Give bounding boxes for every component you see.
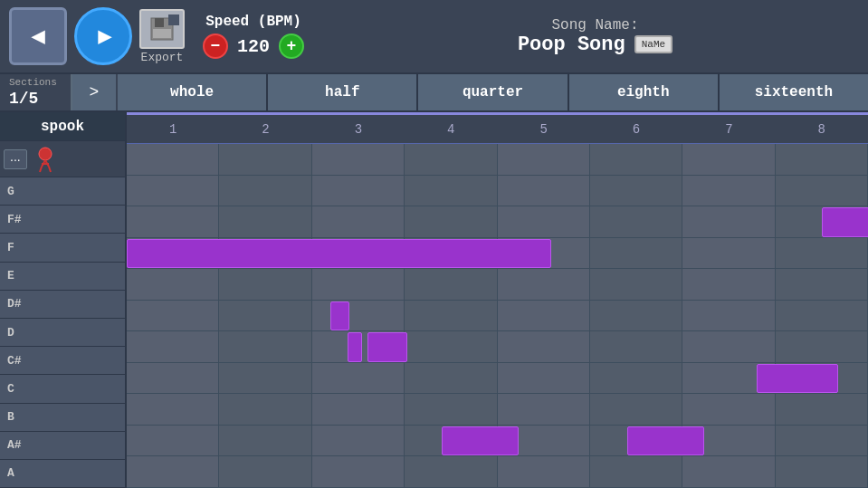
- note-label-B: B: [0, 404, 125, 432]
- svg-rect-1: [155, 18, 164, 27]
- instrument-controls: ···: [0, 141, 125, 177]
- note-label-Asharp: A#: [0, 432, 125, 460]
- beat-numbers: 1 2 3 4 5 6 7 8: [127, 115, 868, 144]
- floppy-icon: [148, 15, 176, 43]
- note-block[interactable]: [367, 332, 407, 362]
- grid-area: 1 2 3 4 5 6 7 8: [127, 112, 868, 488]
- speed-area: Speed (BPM) − 120 +: [203, 14, 304, 59]
- beat-5: 5: [498, 122, 590, 137]
- grid-row-G[interactable]: [127, 144, 868, 176]
- song-name-button[interactable]: NaMe: [634, 35, 672, 53]
- svg-rect-2: [153, 29, 171, 38]
- export-icon: [139, 9, 185, 49]
- sections-label: Sections: [9, 77, 57, 89]
- instrument-name: spook: [41, 119, 84, 135]
- half-note-button[interactable]: half: [268, 74, 418, 110]
- instrument-header: spook: [0, 112, 125, 141]
- sections-value: 1/5: [9, 90, 57, 108]
- note-block[interactable]: [330, 301, 349, 331]
- speed-title: Speed (BPM): [205, 14, 301, 30]
- beat-7: 7: [682, 122, 775, 137]
- note-label-Csharp: C#: [0, 347, 125, 375]
- note-label-C: C: [0, 375, 125, 403]
- note-block[interactable]: [348, 332, 362, 362]
- svg-line-7: [40, 167, 42, 172]
- song-area: Song Name: Poop Song NaMe: [331, 17, 859, 56]
- whole-note-button[interactable]: whole: [118, 74, 268, 110]
- note-label-Dsharp: D#: [0, 291, 125, 319]
- song-name-label: Song Name:: [551, 17, 638, 33]
- eighth-note-button[interactable]: eighth: [569, 74, 720, 110]
- grid-row-Dsharp[interactable]: [127, 269, 868, 301]
- left-panel: spook ··· G F# F E D# D C# C B A# A: [0, 112, 127, 488]
- note-block[interactable]: [757, 364, 838, 394]
- header: Export Speed (BPM) − 120 + Song Name: Po…: [0, 0, 868, 74]
- back-button[interactable]: [9, 7, 67, 65]
- grid-row-D[interactable]: [127, 301, 868, 332]
- beat-3: 3: [312, 122, 405, 137]
- sections-label-area: Sections 1/5: [0, 74, 72, 110]
- sections-next-button[interactable]: >: [72, 74, 118, 110]
- grid-row-A[interactable]: [127, 456, 868, 488]
- beat-4: 4: [405, 122, 497, 137]
- grid-row-Csharp[interactable]: [127, 331, 868, 363]
- grid-row-F[interactable]: [127, 206, 868, 238]
- beat-8: 8: [776, 122, 868, 137]
- song-name-value: Poop Song: [518, 33, 625, 56]
- export-area[interactable]: Export: [139, 9, 185, 64]
- sections-bar: Sections 1/5 > whole half quarter eighth…: [0, 74, 868, 112]
- beat-2: 2: [219, 122, 311, 137]
- play-button[interactable]: [74, 7, 132, 65]
- note-label-Fsharp: F#: [0, 206, 125, 234]
- note-label-E: E: [0, 263, 125, 291]
- grid-row-Fsharp[interactable]: [127, 176, 868, 207]
- svg-line-8: [49, 167, 51, 172]
- grid[interactable]: [127, 144, 868, 488]
- quarter-note-button[interactable]: quarter: [418, 74, 568, 110]
- speed-controls: − 120 +: [203, 33, 304, 59]
- speed-plus-button[interactable]: +: [279, 33, 304, 59]
- note-block[interactable]: [442, 426, 519, 456]
- note-label-A: A: [0, 460, 125, 488]
- note-block[interactable]: [127, 239, 551, 269]
- svg-point-3: [39, 148, 52, 160]
- note-label-D: D: [0, 319, 125, 347]
- export-label: Export: [141, 51, 184, 64]
- speed-minus-button[interactable]: −: [203, 33, 228, 59]
- beat-6: 6: [590, 122, 682, 137]
- dots-button[interactable]: ···: [4, 149, 27, 169]
- instrument-icon: [31, 145, 60, 174]
- grid-row-B[interactable]: [127, 394, 868, 426]
- note-block[interactable]: [627, 426, 704, 456]
- sixteenth-note-button[interactable]: sixteenth: [720, 74, 868, 110]
- piano-roll: spook ··· G F# F E D# D C# C B A# A: [0, 112, 868, 488]
- note-label-G: G: [0, 177, 125, 206]
- speed-value: 120: [234, 36, 273, 57]
- note-label-F: F: [0, 234, 125, 262]
- note-block[interactable]: [822, 207, 868, 237]
- beat-1: 1: [127, 122, 219, 137]
- note-labels: G F# F E D# D C# C B A# A: [0, 177, 125, 488]
